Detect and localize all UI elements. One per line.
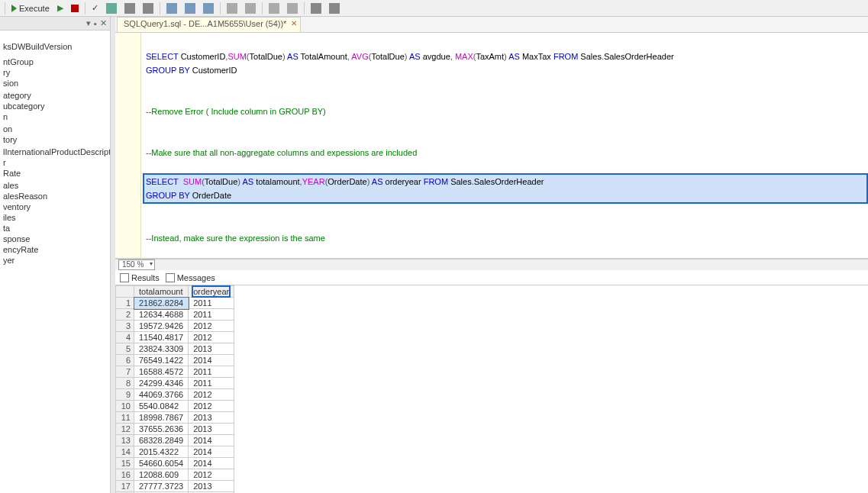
cell-totalamount[interactable]: 19572.9426 bbox=[134, 321, 189, 332]
cell-orderyear[interactable]: 2012 bbox=[189, 469, 234, 481]
table-row[interactable]: 716588.45722011 bbox=[116, 366, 234, 378]
tree-item[interactable]: encyRate bbox=[2, 244, 110, 255]
cell-totalamount[interactable]: 18998.7867 bbox=[134, 412, 189, 424]
cell-totalamount[interactable]: 44069.3766 bbox=[134, 389, 189, 401]
cell-totalamount[interactable]: 11540.4817 bbox=[134, 332, 189, 343]
results-text-button[interactable] bbox=[182, 2, 198, 15]
cell-orderyear[interactable]: 2011 bbox=[189, 378, 234, 389]
tree-item[interactable]: on bbox=[2, 124, 110, 134]
row-number[interactable]: 11 bbox=[116, 412, 134, 424]
execute-button[interactable]: Execute bbox=[8, 2, 53, 14]
cell-orderyear[interactable]: 2011 bbox=[189, 366, 234, 378]
cell-totalamount[interactable]: 76549.1422 bbox=[134, 355, 189, 366]
tree-item[interactable]: ategory bbox=[2, 90, 110, 101]
comment-button[interactable] bbox=[224, 2, 240, 15]
results-file-button[interactable] bbox=[200, 2, 217, 15]
row-number[interactable]: 16 bbox=[116, 469, 134, 481]
tree-item[interactable]: sponse bbox=[2, 234, 110, 244]
cell-orderyear[interactable]: 2013 bbox=[189, 412, 234, 424]
document-tab[interactable]: SQLQuery1.sql - DE...A1M5655\User (54))*… bbox=[117, 17, 301, 32]
tab-close-icon[interactable]: ✕ bbox=[291, 19, 297, 27]
cell-totalamount[interactable]: 5540.0842 bbox=[134, 401, 189, 412]
cell-totalamount[interactable]: 12634.4688 bbox=[134, 309, 189, 321]
sql-editor[interactable]: -SELECT CustomerID,SUM(TotalDue) AS Tota… bbox=[115, 33, 868, 259]
zoom-dropdown[interactable]: 150 % bbox=[118, 259, 155, 270]
tree-item[interactable]: ry bbox=[2, 67, 110, 78]
row-number[interactable]: 1 bbox=[116, 298, 134, 309]
indent-button[interactable] bbox=[266, 2, 282, 15]
toolbar-btn-2[interactable] bbox=[121, 2, 138, 15]
tree-item[interactable]: ksDWBuildVersion bbox=[2, 41, 110, 52]
tree-item[interactable]: iles bbox=[2, 212, 110, 223]
tree-item[interactable]: ubcategory bbox=[2, 101, 110, 111]
object-tree[interactable]: ksDWBuildVersionntGrouprysionategoryubca… bbox=[0, 31, 110, 493]
tree-item[interactable]: alesReason bbox=[2, 191, 110, 201]
cell-orderyear[interactable]: 2012 bbox=[189, 401, 234, 412]
tree-item[interactable]: n bbox=[2, 111, 110, 122]
rownum-header[interactable] bbox=[116, 286, 134, 298]
cell-totalamount[interactable]: 12088.609 bbox=[134, 469, 189, 481]
row-number[interactable]: 13 bbox=[116, 435, 134, 446]
cell-orderyear[interactable]: 2012 bbox=[189, 389, 234, 401]
cell-totalamount[interactable]: 21862.8284 bbox=[134, 298, 189, 309]
row-number[interactable]: 12 bbox=[116, 424, 134, 435]
row-number[interactable]: 6 bbox=[116, 355, 134, 366]
results-grid-button[interactable] bbox=[163, 2, 180, 15]
row-number[interactable]: 4 bbox=[116, 332, 134, 343]
cell-totalamount[interactable]: 68328.2849 bbox=[134, 435, 189, 446]
toolbar-btn-a[interactable] bbox=[308, 2, 324, 15]
row-number[interactable]: 2 bbox=[116, 309, 134, 321]
tree-item[interactable] bbox=[2, 266, 110, 267]
row-number[interactable]: 3 bbox=[116, 321, 134, 332]
tree-item[interactable]: lInternationalProductDescription bbox=[2, 147, 110, 157]
cell-orderyear[interactable]: 2014 bbox=[189, 446, 234, 458]
table-row[interactable]: 105540.08422012 bbox=[116, 401, 234, 412]
cell-orderyear[interactable]: 2012 bbox=[189, 332, 234, 343]
cell-orderyear[interactable]: 2011 bbox=[189, 309, 234, 321]
table-row[interactable]: 1554660.60542014 bbox=[116, 458, 234, 469]
table-row[interactable]: 523824.33092013 bbox=[116, 343, 234, 355]
messages-tab[interactable]: Messages bbox=[166, 273, 215, 282]
tree-item[interactable]: ales bbox=[2, 180, 110, 191]
table-row[interactable]: 411540.48172012 bbox=[116, 332, 234, 343]
outdent-button[interactable] bbox=[284, 2, 301, 15]
table-row[interactable]: 1612088.6092012 bbox=[116, 469, 234, 481]
tree-item[interactable]: r bbox=[2, 157, 110, 168]
col-totalamount[interactable]: totalamount bbox=[134, 286, 189, 298]
tree-item[interactable]: tory bbox=[2, 134, 110, 145]
panel-pin-icon[interactable]: ▪ bbox=[94, 19, 97, 28]
table-row[interactable]: 1237655.26362013 bbox=[116, 424, 234, 435]
table-row[interactable]: 319572.94262012 bbox=[116, 321, 234, 332]
cell-orderyear[interactable]: 2014 bbox=[189, 435, 234, 446]
tree-item[interactable]: ntGroup bbox=[2, 56, 110, 67]
row-number[interactable]: 14 bbox=[116, 446, 134, 458]
cell-orderyear[interactable]: 2014 bbox=[189, 458, 234, 469]
uncomment-button[interactable] bbox=[242, 2, 259, 15]
row-number[interactable]: 10 bbox=[116, 401, 134, 412]
col-orderyear[interactable]: orderyear bbox=[189, 286, 234, 298]
table-row[interactable]: 142015.43222014 bbox=[116, 446, 234, 458]
cell-totalamount[interactable]: 24299.4346 bbox=[134, 378, 189, 389]
tree-item[interactable]: yer bbox=[2, 255, 110, 266]
cell-orderyear[interactable]: 2013 bbox=[189, 481, 234, 492]
row-number[interactable]: 7 bbox=[116, 366, 134, 378]
cell-orderyear[interactable]: 2013 bbox=[189, 424, 234, 435]
cell-totalamount[interactable]: 37655.2636 bbox=[134, 424, 189, 435]
cell-orderyear[interactable]: 2014 bbox=[189, 355, 234, 366]
tree-item[interactable]: sion bbox=[2, 78, 110, 89]
table-row[interactable]: 1368328.28492014 bbox=[116, 435, 234, 446]
cell-totalamount[interactable]: 23824.3309 bbox=[134, 343, 189, 355]
cell-totalamount[interactable]: 54660.6054 bbox=[134, 458, 189, 469]
stop-button[interactable] bbox=[68, 3, 82, 14]
debug-button[interactable]: ▶ bbox=[54, 2, 66, 14]
table-row[interactable]: 944069.37662012 bbox=[116, 389, 234, 401]
table-row[interactable]: 676549.14222014 bbox=[116, 355, 234, 366]
cell-totalamount[interactable]: 2015.4322 bbox=[134, 446, 189, 458]
panel-dropdown-icon[interactable]: ▾ bbox=[86, 18, 91, 28]
parse-button[interactable]: ✓ bbox=[89, 2, 102, 14]
tree-item[interactable]: ta bbox=[2, 223, 110, 234]
row-number[interactable]: 8 bbox=[116, 378, 134, 389]
cell-totalamount[interactable]: 27777.3723 bbox=[134, 481, 189, 492]
row-number[interactable]: 5 bbox=[116, 343, 134, 355]
table-row[interactable]: 824299.43462011 bbox=[116, 378, 234, 389]
